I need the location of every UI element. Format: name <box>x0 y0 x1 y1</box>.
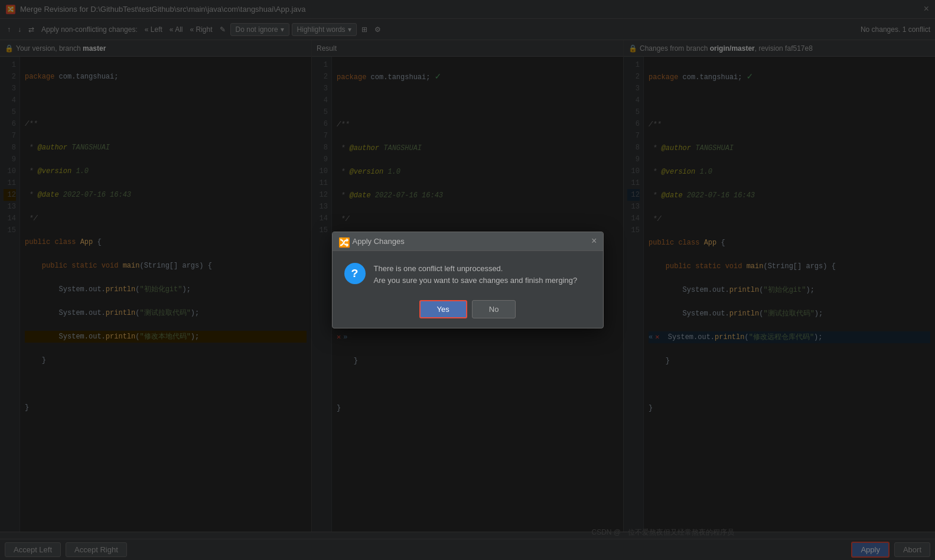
modal-body: ? There is one conflict left unprocessed… <box>333 251 603 295</box>
modal-title-bar: 🔀 Apply Changes × <box>333 232 603 251</box>
app-container: 🔀 Merge Revisions for D:\GithubTest\test… <box>0 0 935 560</box>
modal-yes-button[interactable]: Yes <box>419 300 467 318</box>
modal-title-icon: 🔀 <box>338 237 348 246</box>
modal-message-line1: There is one conflict left unprocessed. <box>374 263 578 275</box>
modal-question-icon: ? <box>344 263 366 284</box>
apply-changes-modal: 🔀 Apply Changes × ? There is one conflic… <box>332 232 604 328</box>
modal-footer: Yes No <box>333 295 603 328</box>
modal-title-text: Apply Changes <box>353 237 405 246</box>
modal-message: There is one conflict left unprocessed. … <box>374 263 578 286</box>
modal-no-button[interactable]: No <box>472 300 516 318</box>
modal-close-icon[interactable]: × <box>591 236 597 247</box>
modal-overlay: 🔀 Apply Changes × ? There is one conflic… <box>0 0 935 560</box>
modal-message-line2: Are you sure you want to save changes an… <box>374 275 578 286</box>
